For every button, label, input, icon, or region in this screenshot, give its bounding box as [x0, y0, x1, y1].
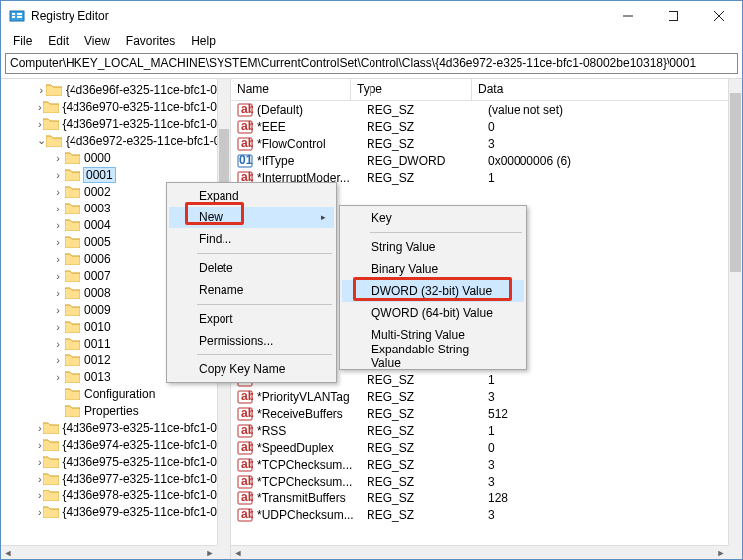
folder-icon — [65, 252, 80, 265]
expand-toggle[interactable]: › — [37, 118, 43, 130]
tree-item[interactable]: ›{4d36e977-e325-11ce-bfc1-0 — [1, 470, 217, 487]
menubar: File Edit View Favorites Help — [1, 31, 742, 51]
value-row[interactable]: *EEEREG_SZ0 — [231, 118, 728, 135]
titlebar[interactable]: Registry Editor — [1, 1, 742, 31]
expand-toggle[interactable]: › — [51, 169, 65, 181]
expand-toggle[interactable]: › — [37, 506, 43, 518]
menu-item[interactable]: Binary Value — [342, 258, 524, 280]
expand-toggle[interactable]: › — [51, 304, 65, 316]
string-value-icon — [237, 457, 253, 473]
menu-file[interactable]: File — [7, 32, 38, 50]
tree-item[interactable]: ›0000 — [1, 149, 217, 166]
context-menu[interactable]: ExpandNewFind...DeleteRenameExportPermis… — [166, 182, 337, 383]
value-data: 3 — [488, 475, 728, 489]
value-name: *SpeedDuplex — [257, 441, 367, 455]
value-row[interactable]: *UDPChecksum...REG_SZ3 — [231, 506, 728, 523]
expand-toggle[interactable]: › — [51, 203, 65, 214]
value-type: REG_SZ — [367, 407, 488, 421]
expand-toggle[interactable]: › — [51, 321, 65, 333]
menu-item[interactable]: Permissions... — [169, 330, 334, 351]
menu-item[interactable]: QWORD (64-bit) Value — [342, 302, 524, 324]
folder-icon — [43, 438, 59, 451]
tree-item[interactable]: ⌄{4d36e972-e325-11ce-bfc1-0 — [1, 132, 217, 149]
tree-item[interactable]: ›{4d36e974-e325-11ce-bfc1-0 — [1, 436, 217, 453]
tree-item[interactable]: ›{4d36e970-e325-11ce-bfc1-0 — [1, 98, 217, 115]
tree-hscroll[interactable]: ◄► — [1, 545, 217, 559]
expand-toggle[interactable]: › — [51, 371, 65, 383]
value-row[interactable]: *IfTypeREG_DWORD0x00000006 (6) — [231, 152, 728, 169]
expand-toggle[interactable]: ⌄ — [37, 134, 46, 147]
expand-toggle[interactable]: › — [37, 84, 46, 96]
tree-item[interactable]: ›0001 — [1, 166, 217, 183]
menu-item[interactable]: Copy Key Name — [169, 358, 334, 380]
menu-edit[interactable]: Edit — [42, 32, 74, 50]
menu-item[interactable]: DWORD (32-bit) Value — [342, 280, 524, 302]
new-submenu[interactable]: KeyString ValueBinary ValueDWORD (32-bit… — [339, 205, 527, 370]
menu-item[interactable]: Find... — [169, 228, 334, 250]
value-row[interactable]: *PriorityVLANTagREG_SZ3 — [231, 388, 728, 405]
address-bar[interactable]: Computer\HKEY_LOCAL_MACHINE\SYSTEM\Curre… — [5, 53, 738, 74]
menu-item[interactable]: String Value — [342, 236, 524, 258]
list-hscroll[interactable]: ◄► — [231, 545, 728, 559]
value-row[interactable]: *FlowControlREG_SZ3 — [231, 135, 728, 152]
tree-label: 0007 — [84, 269, 111, 283]
value-row[interactable]: *SpeedDuplexREG_SZ0 — [231, 439, 728, 456]
menu-item[interactable]: Key — [342, 208, 524, 229]
tree-item[interactable]: Properties — [1, 402, 217, 419]
menu-item[interactable]: Delete — [169, 257, 334, 279]
svg-rect-2 — [12, 16, 15, 18]
expand-toggle[interactable]: › — [37, 473, 43, 485]
tree-item[interactable]: ›{4d36e973-e325-11ce-bfc1-0 — [1, 419, 217, 436]
col-type[interactable]: Type — [351, 79, 472, 100]
menu-item[interactable]: New — [169, 207, 334, 228]
value-row[interactable]: *TransmitBuffersREG_SZ128 — [231, 490, 728, 506]
maximize-button[interactable] — [651, 1, 696, 31]
value-row[interactable]: *TCPChecksum...REG_SZ3 — [231, 456, 728, 473]
value-name: *FlowControl — [257, 137, 367, 151]
expand-toggle[interactable]: › — [37, 490, 43, 501]
expand-toggle[interactable]: › — [51, 236, 65, 248]
expand-toggle[interactable]: › — [51, 219, 65, 231]
menu-favorites[interactable]: Favorites — [120, 32, 181, 50]
tree-item[interactable]: ›{4d36e978-e325-11ce-bfc1-0 — [1, 487, 217, 503]
value-row[interactable]: *ReceiveBuffersREG_SZ512 — [231, 405, 728, 422]
expand-toggle[interactable]: › — [37, 456, 43, 468]
list-header[interactable]: Name Type Data — [231, 79, 742, 101]
string-value-icon — [237, 406, 253, 422]
menu-item[interactable]: Rename — [169, 279, 334, 301]
minimize-button[interactable] — [605, 1, 651, 31]
expand-toggle[interactable]: › — [37, 101, 43, 113]
value-row[interactable]: (Default)REG_SZ(value not set) — [231, 101, 728, 118]
value-type: REG_SZ — [367, 373, 488, 387]
expand-toggle[interactable]: › — [51, 354, 65, 366]
folder-icon — [65, 218, 80, 231]
col-data[interactable]: Data — [472, 79, 742, 100]
tree-item[interactable]: ›{4d36e96f-e325-11ce-bfc1-0 — [1, 81, 217, 98]
close-button[interactable] — [696, 1, 742, 31]
expand-toggle[interactable]: › — [51, 253, 65, 265]
list-vscroll[interactable] — [728, 79, 742, 545]
expand-toggle[interactable]: › — [51, 186, 65, 198]
tree-label: 0005 — [84, 235, 111, 249]
col-name[interactable]: Name — [231, 79, 351, 100]
expand-toggle[interactable]: › — [51, 287, 65, 299]
tree-item[interactable]: Configuration — [1, 385, 217, 402]
value-row[interactable]: *TCPChecksum...REG_SZ3 — [231, 473, 728, 490]
menu-help[interactable]: Help — [185, 32, 222, 50]
expand-toggle[interactable]: › — [37, 439, 43, 451]
menu-item[interactable]: Export — [169, 308, 334, 330]
tree-item[interactable]: ›{4d36e971-e325-11ce-bfc1-0 — [1, 115, 217, 132]
menu-view[interactable]: View — [78, 32, 116, 50]
value-row[interactable]: *RSSREG_SZ1 — [231, 422, 728, 439]
value-name: *EEE — [257, 120, 367, 134]
tree-item[interactable]: ›{4d36e979-e325-11ce-bfc1-0 — [1, 503, 217, 520]
expand-toggle[interactable]: › — [51, 270, 65, 282]
value-data: 128 — [488, 491, 728, 505]
menu-item[interactable]: Expand — [169, 185, 334, 207]
expand-toggle[interactable]: › — [51, 152, 65, 164]
menu-item[interactable]: Expandable String Value — [342, 346, 524, 367]
expand-toggle[interactable]: › — [37, 422, 43, 434]
value-type: REG_SZ — [367, 120, 488, 134]
tree-item[interactable]: ›{4d36e975-e325-11ce-bfc1-0 — [1, 453, 217, 470]
expand-toggle[interactable]: › — [51, 338, 65, 350]
